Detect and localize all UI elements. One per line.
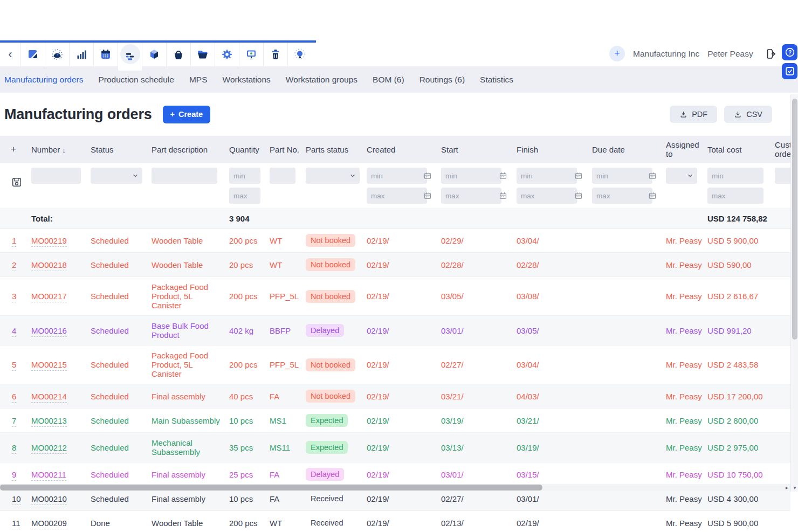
table-row[interactable]: 2 MO00218 Scheduled Wooden Table 20 pcs … — [0, 253, 790, 277]
manufacturing-orders-button[interactable] — [118, 43, 142, 71]
order-number-link[interactable]: MO00218 — [31, 260, 67, 271]
table-row[interactable]: 8 MO00212 Scheduled Mechanical Subassemb… — [0, 433, 790, 462]
nav-tab-4[interactable]: Workstation groups — [286, 75, 357, 85]
due-date-max-filter-input[interactable] — [592, 188, 652, 204]
table-row[interactable]: 7 MO00213 Scheduled Main Subassembly 10 … — [0, 409, 790, 433]
table-row[interactable]: 6 MO00214 Scheduled Final assembly 40 pc… — [0, 384, 790, 409]
start-max-filter-input[interactable] — [441, 188, 501, 204]
start-column-header[interactable]: Start — [441, 136, 517, 163]
order-number-link[interactable]: MO00219 — [31, 236, 67, 247]
horizontal-scrollbar[interactable]: ▸ — [0, 484, 790, 491]
maintenance-button[interactable] — [263, 43, 287, 66]
nav-tab-7[interactable]: Statistics — [480, 75, 513, 85]
vertical-scrollbar[interactable]: ▾ — [790, 94, 798, 492]
status-column-header[interactable]: Status — [91, 136, 152, 163]
export-csv-button[interactable]: CSV — [724, 106, 772, 123]
assigned-to-filter-select[interactable] — [666, 168, 697, 184]
row-index-link[interactable]: 6 — [12, 392, 16, 403]
row-index-link[interactable]: 1 — [12, 236, 16, 247]
save-filter-button[interactable] — [11, 176, 23, 190]
order-number-link[interactable]: MO00214 — [31, 392, 67, 403]
export-pdf-button[interactable]: PDF — [670, 106, 717, 123]
order-number-link[interactable]: MO00213 — [31, 416, 67, 427]
scroll-right-arrow-icon[interactable]: ▸ — [786, 484, 788, 491]
table-row[interactable]: 11 MO00209 Done Wooden Table 200 pcs WT … — [0, 511, 790, 532]
row-index-link[interactable]: 7 — [12, 416, 16, 427]
logout-button[interactable] — [765, 47, 778, 60]
nav-tab-1[interactable]: Production schedule — [98, 75, 174, 85]
number-column-header[interactable]: Number↓ — [31, 136, 91, 163]
quantity-min-filter-input[interactable] — [229, 168, 260, 184]
total-cost-min-filter-input[interactable] — [707, 168, 763, 184]
order-number-link[interactable]: MO00212 — [31, 443, 67, 454]
ideas-button[interactable] — [287, 43, 312, 66]
row-index-link[interactable]: 9 — [12, 470, 16, 481]
nav-tab-3[interactable]: Workstations — [223, 75, 271, 85]
part-description-filter-input[interactable] — [152, 168, 217, 184]
vertical-scrollbar-thumb[interactable] — [792, 99, 797, 340]
table-row[interactable]: 1 MO00219 Scheduled Wooden Table 200 pcs… — [0, 229, 790, 253]
parts-status-filter-select[interactable] — [306, 168, 360, 184]
user-name[interactable]: Peter Peasy — [707, 49, 753, 59]
nav-tab-5[interactable]: BOM (6) — [373, 75, 404, 85]
row-index-link[interactable]: 2 — [12, 260, 16, 271]
row-index-link[interactable]: 11 — [12, 519, 20, 529]
nav-tab-2[interactable]: MPS — [189, 75, 208, 85]
scroll-down-arrow-icon[interactable]: ▾ — [791, 485, 798, 490]
row-index-link[interactable]: 5 — [12, 360, 16, 371]
reports-button[interactable] — [239, 43, 263, 66]
add-column-header[interactable]: + — [0, 136, 31, 163]
settings-button[interactable] — [215, 43, 239, 66]
table-row[interactable]: 3 MO00217 Scheduled Packaged Food Produc… — [0, 277, 790, 316]
due-date-column-header[interactable]: Due date — [592, 136, 666, 163]
table-row[interactable]: 4 MO00216 Scheduled Base Bulk Food Produ… — [0, 316, 790, 346]
order-number-link[interactable]: MO00210 — [31, 494, 67, 505]
quantity-column-header[interactable]: Quantity — [229, 136, 270, 163]
number-filter-input[interactable] — [31, 168, 81, 184]
customer-order-column-header[interactable]: Customer order — [775, 136, 790, 163]
crm-button[interactable] — [190, 43, 215, 66]
row-index-link[interactable]: 4 — [12, 326, 16, 337]
due-date-min-filter-input[interactable] — [592, 168, 652, 184]
order-number-link[interactable]: MO00217 — [31, 292, 67, 302]
start-min-filter-input[interactable] — [441, 168, 501, 184]
part-no-column-header[interactable]: Part No. — [270, 136, 306, 163]
total-cost-max-filter-input[interactable] — [707, 188, 763, 204]
row-index-link[interactable]: 10 — [12, 494, 21, 505]
created-min-filter-input[interactable] — [367, 168, 427, 184]
order-number-link[interactable]: MO00211 — [31, 470, 66, 481]
assigned-to-column-header[interactable]: Assigned to — [666, 136, 707, 163]
procurement-button[interactable] — [166, 43, 190, 66]
customer-order-filter-input[interactable] — [775, 168, 790, 184]
dashboard-button[interactable] — [20, 43, 45, 66]
total-cost-column-header[interactable]: Total cost — [707, 136, 775, 163]
order-number-link[interactable]: MO00216 — [31, 326, 67, 337]
gauge-button[interactable] — [45, 43, 69, 66]
order-number-link[interactable]: MO00209 — [31, 519, 67, 529]
finish-column-header[interactable]: Finish — [517, 136, 592, 163]
nav-tab-0[interactable]: Manufacturing orders — [4, 75, 83, 85]
horizontal-scrollbar-thumb[interactable] — [0, 485, 542, 490]
help-button[interactable]: ? — [782, 44, 797, 60]
back-button[interactable]: ‹ — [0, 43, 20, 66]
finish-min-filter-input[interactable] — [517, 168, 577, 184]
part-no-filter-input[interactable] — [270, 168, 295, 184]
table-row[interactable]: 5 MO00215 Scheduled Packaged Food Produc… — [0, 346, 790, 384]
finish-max-filter-input[interactable] — [517, 188, 577, 204]
order-number-link[interactable]: MO00215 — [31, 360, 67, 371]
create-button[interactable]: + Create — [163, 106, 211, 123]
company-name[interactable]: Manufacturing Inc — [633, 49, 699, 59]
table-row[interactable]: 9 MO00211 Scheduled Final assembly 25 pc… — [0, 462, 790, 487]
nav-tab-6[interactable]: Routings (6) — [419, 75, 465, 85]
quick-add-button[interactable]: + — [609, 46, 625, 61]
created-max-filter-input[interactable] — [367, 188, 427, 204]
row-index-link[interactable]: 8 — [12, 443, 16, 454]
parts-status-column-header[interactable]: Parts status — [306, 136, 367, 163]
created-column-header[interactable]: Created — [367, 136, 441, 163]
stock-button[interactable] — [142, 43, 166, 66]
tasks-button[interactable] — [782, 63, 797, 79]
bar-chart-button[interactable] — [69, 43, 93, 66]
quantity-max-filter-input[interactable] — [229, 188, 260, 204]
row-index-link[interactable]: 3 — [12, 292, 16, 302]
status-filter-select[interactable] — [91, 168, 142, 184]
